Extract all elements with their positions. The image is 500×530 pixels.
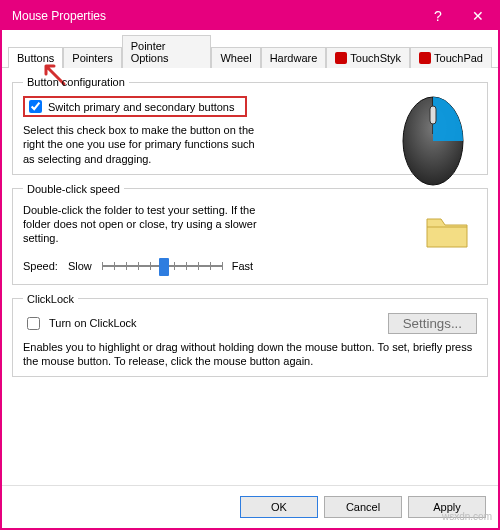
clicklock-group: ClickLock Turn on ClickLock Settings... … [12, 293, 488, 378]
button-configuration-group: Button configuration Switch primary and … [12, 76, 488, 175]
titlebar: Mouse Properties ? ✕ [2, 2, 498, 30]
slider-tick [138, 262, 139, 270]
group-legend: Button configuration [23, 76, 129, 88]
slider-tick [198, 262, 199, 270]
speed-slow-label: Slow [68, 260, 92, 272]
tab-pointers[interactable]: Pointers [63, 47, 121, 68]
slider-tick [222, 262, 223, 270]
slider-tick [102, 262, 103, 270]
tab-touchpad[interactable]: TouchPad [410, 47, 492, 68]
slider-tick [186, 262, 187, 270]
cancel-button[interactable]: Cancel [324, 496, 402, 518]
switch-buttons-row: Switch primary and secondary buttons [23, 96, 247, 117]
clicklock-hint: Enables you to highlight or drag without… [23, 340, 477, 369]
tab-touchstyk[interactable]: TouchStyk [326, 47, 410, 68]
ok-button[interactable]: OK [240, 496, 318, 518]
group-legend: ClickLock [23, 293, 78, 305]
clicklock-checkbox[interactable] [27, 317, 40, 330]
speed-row: Speed: Slow Fast [23, 256, 477, 276]
slider-tick [150, 262, 151, 270]
double-click-speed-group: Double-click speed Double-click the fold… [12, 183, 488, 285]
clicklock-settings-button: Settings... [388, 313, 477, 334]
window-title: Mouse Properties [12, 9, 418, 23]
close-button[interactable]: ✕ [458, 2, 498, 30]
tab-label: Hardware [270, 52, 318, 64]
slider-tick [114, 262, 115, 270]
slider-thumb[interactable] [159, 258, 169, 276]
tab-label: Buttons [17, 52, 54, 64]
speed-label: Speed: [23, 260, 58, 272]
tab-pointer-options[interactable]: Pointer Options [122, 35, 212, 68]
tab-content: Button configuration Switch primary and … [2, 68, 498, 485]
group-legend: Double-click speed [23, 183, 124, 195]
tab-label: Wheel [220, 52, 251, 64]
slider-tick [210, 262, 211, 270]
switch-buttons-label: Switch primary and secondary buttons [48, 101, 234, 113]
tab-label: TouchPad [434, 52, 483, 64]
tab-label: TouchStyk [350, 52, 401, 64]
synaptics-icon [335, 52, 347, 64]
speed-slider[interactable] [102, 256, 222, 276]
switch-buttons-hint: Select this check box to make the button… [23, 123, 263, 166]
tab-hardware[interactable]: Hardware [261, 47, 327, 68]
tab-label: Pointers [72, 52, 112, 64]
switch-buttons-checkbox[interactable] [29, 100, 42, 113]
slider-tick [174, 262, 175, 270]
synaptics-icon [419, 52, 431, 64]
svg-rect-1 [430, 106, 436, 124]
tab-label: Pointer Options [131, 40, 203, 64]
clicklock-label: Turn on ClickLock [49, 317, 137, 329]
test-folder-icon[interactable] [425, 215, 469, 251]
speed-fast-label: Fast [232, 260, 253, 272]
tab-strip: Buttons Pointers Pointer Options Wheel H… [2, 30, 498, 68]
slider-tick [126, 262, 127, 270]
mouse-properties-window: Mouse Properties ? ✕ Buttons Pointers Po… [0, 0, 500, 530]
watermark: wsxdn.com [442, 511, 492, 522]
tab-wheel[interactable]: Wheel [211, 47, 260, 68]
tab-buttons[interactable]: Buttons [8, 47, 63, 68]
help-button[interactable]: ? [418, 2, 458, 30]
double-click-hint: Double-click the folder to test your set… [23, 203, 283, 246]
dialog-footer: OK Cancel Apply [2, 485, 498, 528]
mouse-preview-icon [397, 94, 469, 188]
clicklock-row: Turn on ClickLock Settings... [23, 313, 477, 334]
